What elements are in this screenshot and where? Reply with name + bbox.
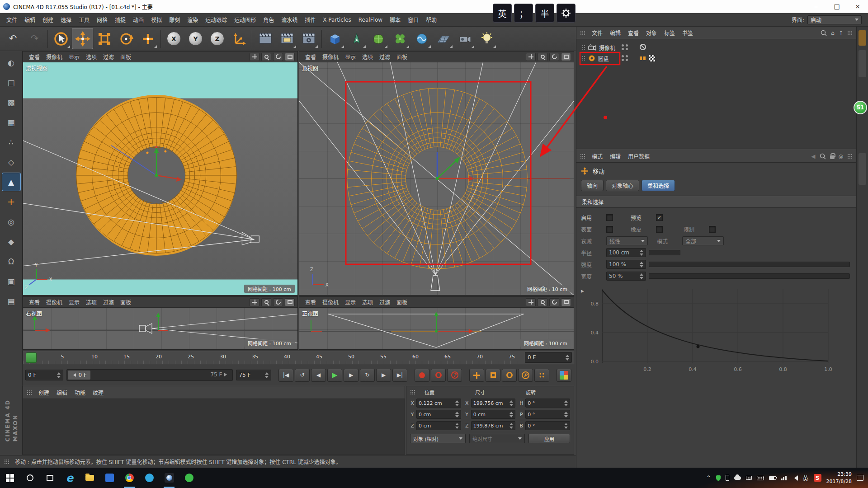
spinner-arrows-icon[interactable] bbox=[563, 355, 569, 361]
undo-button[interactable]: ↶ bbox=[2, 28, 24, 49]
workplane-lock-button[interactable]: ▣ bbox=[2, 272, 21, 291]
ime-indicator[interactable]: 英 bbox=[803, 474, 809, 482]
add-cube-button[interactable] bbox=[324, 28, 345, 49]
end-frame-field[interactable]: 75 F bbox=[236, 370, 271, 380]
vp-menu-display[interactable]: 显示 bbox=[342, 52, 359, 61]
menu-window[interactable]: 窗口 bbox=[404, 14, 422, 25]
mat-menu-edit[interactable]: 编辑 bbox=[53, 387, 71, 398]
add-light-button[interactable] bbox=[476, 28, 497, 49]
vp-menu-filter[interactable]: 过滤 bbox=[100, 52, 117, 61]
menu-character[interactable]: 角色 bbox=[259, 14, 278, 25]
size-mode-select[interactable]: 绝对尺寸 bbox=[469, 434, 525, 443]
vp-menu-panel[interactable]: 面板 bbox=[393, 52, 410, 61]
edge-taskbar-button[interactable]: e bbox=[60, 468, 80, 488]
viewport-zoom-button[interactable] bbox=[261, 53, 271, 61]
om-menu-view[interactable]: 查看 bbox=[624, 28, 642, 38]
key-parameter-toggle[interactable]: P bbox=[518, 369, 533, 382]
tab-object-axis[interactable]: 对象轴心 bbox=[606, 180, 639, 191]
taskbar-clock[interactable]: 23:39 2017/8/28 bbox=[826, 471, 852, 485]
size-z-field[interactable]: Z199.878 cm bbox=[465, 421, 516, 430]
viewport-maximize-button[interactable] bbox=[285, 298, 295, 306]
menu-xparticles[interactable]: X-Particles bbox=[319, 15, 355, 25]
goto-end-button[interactable]: ▶| bbox=[392, 369, 407, 382]
viewport-pan-button[interactable] bbox=[526, 53, 536, 61]
menu-tools[interactable]: 工具 bbox=[75, 14, 93, 25]
viewport-perspective-canvas[interactable]: 透视视图 bbox=[23, 62, 297, 295]
ime-punctuation-key[interactable]: ； bbox=[514, 4, 533, 23]
falloff-curve[interactable]: 0.8 0.4 0.0 0.2 0.4 0.6 0.8 1.0 bbox=[585, 286, 838, 381]
apply-button[interactable]: 应用 bbox=[528, 434, 570, 443]
coordinate-mode-select[interactable]: 对象 (相对) bbox=[410, 434, 466, 443]
om-menu-edit[interactable]: 编辑 bbox=[606, 28, 624, 38]
object-row-camera[interactable]: 摄像机 bbox=[576, 42, 856, 53]
menu-sculpt[interactable]: 雕刻 bbox=[165, 14, 184, 25]
viewport-maximize-button[interactable] bbox=[285, 53, 295, 61]
lock-z-axis-button[interactable]: Z bbox=[207, 28, 228, 49]
width-field[interactable]: 50 % bbox=[606, 272, 646, 281]
vp-menu-options[interactable]: 选项 bbox=[83, 52, 100, 61]
workplane-mode-button[interactable]: ▦ bbox=[2, 113, 21, 131]
app-button-blue[interactable] bbox=[99, 468, 119, 488]
sogou-icon[interactable]: S bbox=[814, 474, 821, 482]
vp-menu-display[interactable]: 显示 bbox=[342, 297, 359, 307]
render-picture-viewer-button[interactable] bbox=[276, 28, 297, 49]
snap-button[interactable]: ◆ bbox=[2, 232, 21, 251]
network-icon[interactable] bbox=[781, 476, 787, 480]
menu-animate[interactable]: 动画 bbox=[129, 14, 147, 25]
battery-icon[interactable] bbox=[769, 476, 776, 480]
key-pla-toggle[interactable] bbox=[534, 369, 549, 382]
dock-tab[interactable] bbox=[859, 50, 866, 77]
viewport-right[interactable]: 查看 摄像机 显示 选项 过滤 面板 右视图 bbox=[23, 296, 298, 350]
start-button[interactable] bbox=[0, 468, 20, 488]
menu-mesh[interactable]: 网格 bbox=[93, 14, 111, 25]
preview-checkbox[interactable]: ✓ bbox=[656, 214, 663, 221]
cortana-search-button[interactable] bbox=[20, 468, 40, 488]
add-camera-button[interactable] bbox=[454, 28, 476, 49]
magnet-snap-button[interactable]: Ω bbox=[2, 252, 21, 271]
mode-select[interactable]: 全部 bbox=[682, 236, 724, 245]
lock-y-axis-button[interactable]: Y bbox=[185, 28, 206, 49]
cinema4d-taskbar-button[interactable] bbox=[159, 468, 179, 488]
menu-simulate[interactable]: 模拟 bbox=[147, 14, 165, 25]
om-menu-objects[interactable]: 对象 bbox=[642, 28, 660, 38]
visibility-dots[interactable] bbox=[622, 55, 628, 61]
last-used-tool[interactable] bbox=[137, 28, 158, 49]
play-button[interactable]: ▶ bbox=[327, 369, 342, 382]
material-list[interactable] bbox=[23, 399, 405, 454]
viewport-perspective[interactable]: 查看 摄像机 显示 选项 过滤 面板 透视视图 bbox=[23, 51, 298, 296]
vp-menu-panel[interactable]: 面板 bbox=[117, 297, 134, 307]
notification-center-icon[interactable] bbox=[857, 475, 863, 481]
ime-width-key[interactable]: 半 bbox=[535, 4, 554, 23]
vp-menu-filter[interactable]: 过滤 bbox=[376, 52, 393, 61]
am-menu-userdata[interactable]: 用户数据 bbox=[624, 151, 653, 161]
ime-settings-key[interactable] bbox=[557, 4, 576, 23]
keyframe-preset-button[interactable] bbox=[557, 369, 571, 382]
strength-slider[interactable] bbox=[649, 262, 850, 267]
autokey-button[interactable] bbox=[431, 369, 446, 382]
vp-menu-display[interactable]: 显示 bbox=[66, 297, 83, 307]
vp-menu-camera[interactable]: 摄像机 bbox=[319, 52, 342, 61]
viewport-front[interactable]: 查看 摄像机 显示 选项 过滤 面板 正视图 bbox=[299, 296, 574, 350]
viewport-rotate-button[interactable] bbox=[549, 298, 559, 306]
expander-icon[interactable]: ▶ bbox=[581, 289, 584, 381]
menu-snap[interactable]: 捕捉 bbox=[111, 14, 129, 25]
vp-menu-view[interactable]: 查看 bbox=[26, 52, 43, 61]
add-floor-button[interactable] bbox=[433, 28, 454, 49]
spinner-arrows-icon[interactable] bbox=[55, 372, 61, 378]
viewport-right-canvas[interactable]: 右视图 网格间距 : 100 cm bbox=[23, 308, 297, 349]
file-explorer-button[interactable] bbox=[80, 468, 99, 488]
limit-checkbox[interactable] bbox=[709, 226, 716, 233]
phone-icon[interactable] bbox=[726, 475, 729, 481]
close-button[interactable]: × bbox=[847, 0, 868, 13]
home-icon[interactable]: ⌂ bbox=[831, 30, 835, 36]
dock-tab[interactable] bbox=[859, 153, 866, 185]
scale-tool[interactable] bbox=[94, 28, 115, 49]
rotation-b-field[interactable]: B0 ° bbox=[519, 421, 570, 430]
timeline-frame-spinner[interactable]: 0 F bbox=[525, 352, 572, 363]
radius-field[interactable]: 100 cm bbox=[606, 248, 646, 257]
vp-menu-display[interactable]: 显示 bbox=[66, 52, 83, 61]
vp-menu-filter[interactable]: 过滤 bbox=[376, 297, 393, 307]
vp-menu-camera[interactable]: 摄像机 bbox=[43, 297, 66, 307]
om-menu-tags[interactable]: 标签 bbox=[660, 28, 679, 38]
mat-menu-texture[interactable]: 纹理 bbox=[89, 387, 107, 398]
